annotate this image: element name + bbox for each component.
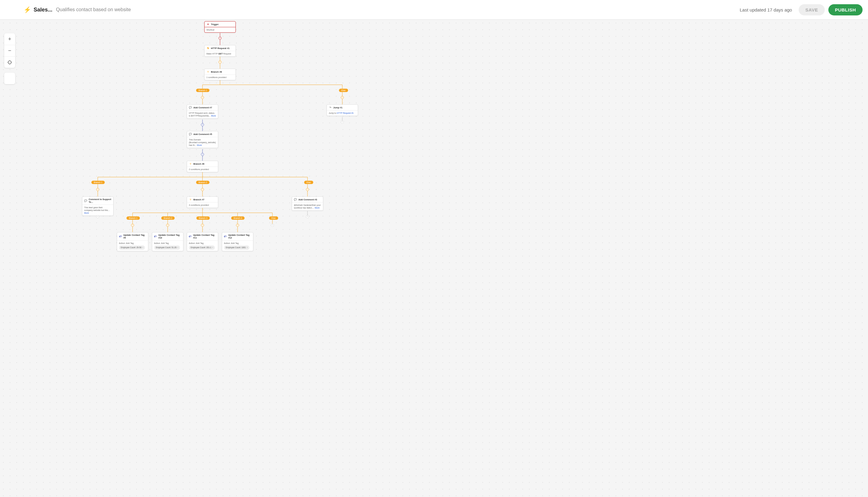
branch-pill[interactable]: Branch 4 [231, 216, 244, 220]
branch-pill[interactable]: Else [269, 216, 278, 220]
tag-icon: 🏷 [189, 235, 191, 238]
node-add-comment-5[interactable]: 💬Add Comment #5 This Domain ($contact.co… [187, 131, 218, 148]
branch-icon: ⑂ [207, 70, 210, 73]
bolt-icon: ⚡ [24, 6, 31, 13]
pan-button[interactable] [4, 73, 15, 84]
chevron-right-icon: › [247, 246, 247, 249]
node-title: Update Contact Tag #10 [158, 234, 181, 239]
arrow-left-icon [7, 7, 13, 13]
branch-icon: ⑂ [189, 162, 192, 165]
node-body: Action: Add Tag Employee Count: 1001› [222, 241, 253, 251]
node-body: Shortcut [204, 27, 236, 32]
node-branch-6[interactable]: ⑂Branch #6 2 conditions provided [187, 161, 218, 172]
node-body: Jump to HTTP Request #1 [327, 111, 358, 116]
chevron-right-icon: › [177, 246, 178, 249]
node-body: This lead gave their company website but… [82, 205, 113, 215]
center-button[interactable] [4, 56, 15, 68]
tag-icon: 🏷 [224, 235, 227, 238]
node-title: Comment to Support Te... [89, 198, 111, 203]
node-update-tag-10[interactable]: 🏷Update Contact Tag #10 Action: Add Tag … [152, 232, 183, 251]
more-link[interactable]: More [315, 207, 319, 209]
save-button[interactable]: SAVE [799, 4, 825, 15]
add-step-button[interactable]: + [201, 96, 204, 99]
publish-button[interactable]: PUBLISH [828, 4, 863, 15]
node-branch-7[interactable]: ⑂Branch #7 4 conditions provided [187, 196, 218, 208]
edit-title-button[interactable] [135, 7, 140, 13]
node-title: Jump #1 [333, 106, 342, 109]
tag-chip: Employee Count: 29-50› [119, 245, 145, 250]
node-title: Update Contact Tag #11 [193, 234, 216, 239]
node-body: 2 conditions provided [187, 167, 218, 172]
pan-group [4, 73, 15, 84]
zoom-in-button[interactable]: + [4, 33, 15, 45]
add-step-button[interactable]: + [306, 188, 309, 191]
node-branch-8[interactable]: ⑂Branch #8 1 conditions provided [204, 69, 236, 80]
tag-icon: 🏷 [119, 235, 122, 238]
add-step-button[interactable]: + [201, 188, 204, 191]
jump-target-link[interactable]: HTTP Request #1 [337, 112, 354, 114]
add-step-button[interactable]: + [201, 123, 204, 126]
add-step-button[interactable]: + [96, 188, 99, 191]
pencil-icon [135, 7, 140, 12]
node-title: HTTP Request #1 [211, 47, 230, 49]
trigger-icon: ✦ [207, 23, 210, 26]
node-http-request-1[interactable]: ⇅HTTP Request #1 Make HTTP GET Request [204, 45, 236, 57]
branch-pill[interactable]: Branch 1 [196, 89, 210, 92]
node-update-tag-9[interactable]: 🏷Update Contact Tag #9 Action: Add Tag E… [117, 232, 148, 251]
last-updated-text: Last updated 17 days ago [740, 7, 792, 12]
node-body: @Ashwin Sadananthan your workflow has fa… [292, 202, 323, 210]
add-step-button[interactable]: + [271, 224, 274, 227]
add-step-button[interactable]: + [96, 215, 99, 218]
crosshair-icon [7, 60, 12, 65]
header-bar: ⚡ Sales... Qualifies contact based on we… [0, 0, 868, 20]
add-step-button[interactable]: + [306, 215, 309, 218]
zoom-group: + − [4, 33, 15, 68]
comment-icon: 💬 [189, 106, 192, 109]
more-link[interactable]: More [84, 212, 89, 214]
comment-icon: 💬 [189, 132, 192, 136]
tag-chip: Employee Count: 201-1› [189, 245, 215, 250]
node-title: Update Contact Tag #12 [228, 234, 251, 239]
add-step-button[interactable]: + [341, 96, 344, 99]
branch-pill[interactable]: Else [304, 181, 313, 184]
back-button[interactable] [5, 5, 15, 15]
node-trigger[interactable]: ✦Trigger Shortcut [204, 21, 236, 33]
node-body: This Domain ($contact.company_website) h… [187, 137, 218, 148]
tag-icon: 🏷 [154, 235, 157, 238]
node-comment-support[interactable]: 💬Comment to Support Te... This lead gave… [82, 196, 114, 216]
svg-point-0 [8, 60, 12, 64]
branch-pill[interactable]: Branch 2 [196, 181, 210, 184]
add-step-button[interactable]: + [218, 37, 222, 40]
node-body: Action: Add Tag Employee Count: 201-1› [187, 241, 218, 251]
tool-rail: + − [4, 33, 15, 84]
add-step-button[interactable]: + [218, 60, 222, 63]
node-title: Branch #6 [194, 162, 204, 165]
add-step-button[interactable]: + [166, 224, 169, 227]
node-body: Action: Add Tag Employee Count: 29-50› [117, 241, 148, 251]
branch-icon: ⑂ [189, 198, 192, 201]
node-jump-1[interactable]: ↷Jump #1 Jump to HTTP Request #1 [327, 104, 358, 116]
add-step-button[interactable]: + [236, 224, 239, 227]
node-title: Add Comment #5 [194, 133, 212, 136]
add-step-button[interactable]: + [201, 153, 204, 156]
node-title: Add Comment #7 [194, 106, 212, 109]
minus-icon: − [8, 47, 12, 54]
branch-pill[interactable]: Branch 1 [91, 181, 105, 184]
node-add-comment-3[interactable]: 💬Add Comment #3 @Ashwin Sadananthan your… [292, 196, 323, 211]
zoom-out-button[interactable]: − [4, 45, 15, 56]
node-body: HTTP Request sent, status. is $HTTPReque… [187, 111, 218, 118]
more-link[interactable]: More [211, 115, 216, 117]
branch-pill[interactable]: Branch 3 [196, 216, 210, 220]
node-title: Add Comment #3 [298, 198, 317, 201]
node-add-comment-7[interactable]: 💬Add Comment #7 HTTP Request sent, statu… [187, 104, 218, 119]
branch-pill[interactable]: Branch 2 [161, 216, 175, 220]
add-step-button[interactable]: + [201, 224, 204, 227]
add-step-button[interactable]: + [341, 120, 344, 124]
branch-pill[interactable]: Branch 1 [127, 216, 140, 220]
more-link[interactable]: More [197, 144, 202, 146]
node-update-tag-11[interactable]: 🏷Update Contact Tag #11 Action: Add Tag … [187, 232, 218, 251]
node-update-tag-12[interactable]: 🏷Update Contact Tag #12 Action: Add Tag … [222, 232, 253, 251]
branch-pill[interactable]: Else [339, 89, 348, 92]
workflow-canvas[interactable] [0, 20, 868, 497]
add-step-button[interactable]: + [131, 224, 134, 227]
